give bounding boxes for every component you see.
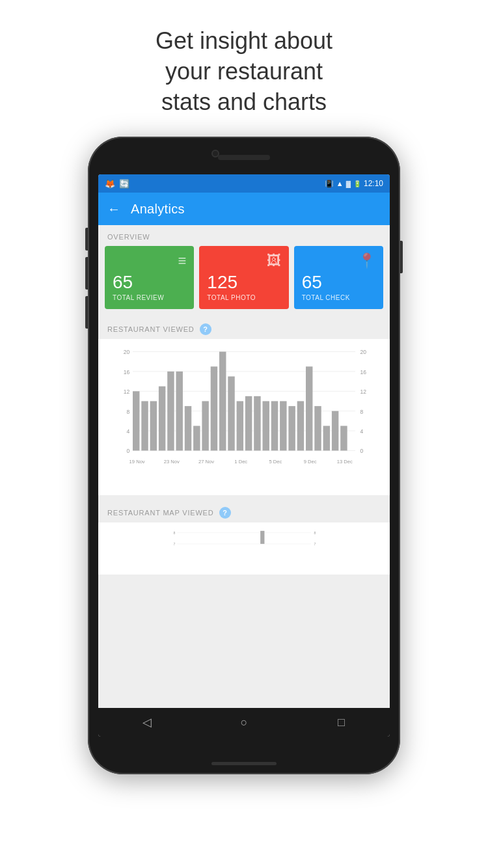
svg-text:13 Dec: 13 Dec (337, 459, 353, 465)
phone-speaker (218, 155, 270, 160)
stats-cards-row: ≡ 65 TOTAL REVIEW 🖼 125 TOTAL PHOTO 📍 65 (98, 246, 390, 317)
svg-text:8: 8 (173, 531, 175, 535)
back-button[interactable]: ← (107, 202, 120, 217)
restaurant-viewed-title: RESTAURANT VIEWED (107, 325, 195, 333)
firefox-icon: 🦊 (105, 179, 115, 189)
phone-mockup: 🦊 🔄 📳 ▲ ▓ 🔋 12:10 ← Analytics OV (88, 137, 400, 774)
svg-text:19 Nov: 19 Nov (129, 459, 145, 465)
phone-body: 🦊 🔄 📳 ▲ ▓ 🔋 12:10 ← Analytics OV (88, 137, 400, 774)
screen-content[interactable]: OVERVIEW ≡ 65 TOTAL REVIEW 🖼 125 TOTAL P… (98, 225, 390, 708)
svg-text:0: 0 (360, 448, 364, 455)
svg-rect-34 (271, 401, 278, 451)
recents-nav-button[interactable]: □ (328, 709, 354, 735)
phone-home-bar (211, 762, 277, 765)
svg-text:12: 12 (360, 388, 367, 395)
sync-icon: 🔄 (119, 179, 129, 189)
svg-text:7: 7 (173, 543, 175, 547)
phone-volume-up-button (85, 228, 88, 251)
phone-mute-button (85, 296, 88, 329)
restaurant-viewed-help-icon[interactable]: ? (200, 323, 211, 335)
phone-power-button (400, 241, 403, 273)
svg-rect-41 (332, 411, 338, 451)
home-nav-button[interactable]: ○ (231, 709, 257, 735)
svg-rect-38 (306, 367, 312, 451)
svg-text:12: 12 (124, 388, 130, 395)
restaurant-viewed-header: RESTAURANT VIEWED ? (98, 317, 390, 339)
map-viewed-help-icon[interactable]: ? (219, 507, 231, 519)
svg-rect-35 (280, 401, 286, 451)
svg-rect-31 (245, 396, 252, 451)
svg-rect-37 (297, 401, 304, 451)
map-viewed-chart-section: 8 7 8 7 (98, 522, 390, 575)
battery-icon: 🔋 (353, 180, 361, 187)
svg-text:23 Nov: 23 Nov (164, 459, 180, 465)
bar-chart-svg: 20 16 12 8 4 0 20 16 12 8 4 0 (110, 346, 378, 469)
svg-rect-29 (228, 377, 234, 451)
svg-rect-21 (159, 387, 165, 451)
list-icon: ≡ (178, 252, 186, 269)
status-bar-left: 🦊 🔄 (105, 179, 129, 189)
svg-text:0: 0 (126, 448, 129, 455)
svg-rect-23 (176, 372, 183, 451)
svg-text:4: 4 (126, 428, 129, 435)
svg-text:27 Nov: 27 Nov (198, 459, 214, 465)
svg-text:8: 8 (360, 409, 364, 415)
total-review-card[interactable]: ≡ 65 TOTAL REVIEW (105, 246, 194, 309)
back-nav-button[interactable]: ◁ (134, 709, 160, 735)
svg-rect-26 (202, 401, 208, 451)
svg-rect-36 (288, 406, 295, 450)
total-check-label: TOTAL CHECK (302, 294, 375, 301)
svg-rect-19 (141, 401, 148, 451)
map-viewed-title: RESTAURANT MAP VIEWED (107, 509, 214, 517)
total-check-card[interactable]: 📍 65 TOTAL CHECK (294, 246, 383, 309)
svg-rect-33 (263, 401, 269, 451)
svg-rect-25 (193, 426, 200, 451)
total-review-label: TOTAL REVIEW (113, 294, 186, 301)
svg-rect-39 (314, 406, 321, 450)
svg-text:8: 8 (126, 409, 129, 415)
svg-text:7: 7 (314, 543, 316, 547)
status-bar-right: 📳 ▲ ▓ 🔋 12:10 (325, 179, 383, 188)
total-photo-number: 125 (207, 273, 280, 292)
total-photo-card[interactable]: 🖼 125 TOTAL PHOTO (199, 246, 288, 309)
svg-text:16: 16 (124, 369, 130, 375)
svg-rect-20 (150, 401, 157, 451)
svg-rect-22 (167, 372, 174, 451)
signal-icon: ▓ (346, 180, 351, 187)
svg-rect-40 (323, 426, 330, 451)
svg-rect-27 (211, 367, 217, 451)
phone-volume-down-button (85, 257, 88, 290)
page-headline: Get insight about your restaurant stats … (116, 0, 372, 137)
mini-chart-svg: 8 7 8 7 (110, 529, 378, 555)
svg-rect-42 (340, 426, 347, 451)
nav-bar: ◁ ○ □ (98, 708, 390, 737)
time-display: 12:10 (364, 179, 383, 188)
total-photo-label: TOTAL PHOTO (207, 294, 280, 301)
svg-rect-56 (260, 531, 264, 544)
app-bar-title: Analytics (131, 202, 185, 217)
total-check-number: 65 (302, 273, 375, 292)
svg-text:9 Dec: 9 Dec (304, 459, 317, 465)
svg-rect-32 (254, 396, 260, 451)
map-viewed-header: RESTAURANT MAP VIEWED ? (98, 500, 390, 522)
svg-text:16: 16 (360, 369, 367, 375)
svg-text:1 Dec: 1 Dec (234, 459, 247, 465)
restaurant-viewed-chart: 20 16 12 8 4 0 20 16 12 8 4 0 (105, 339, 383, 489)
vibrate-icon: 📳 (325, 180, 334, 188)
svg-rect-28 (219, 352, 226, 451)
status-bar: 🦊 🔄 📳 ▲ ▓ 🔋 12:10 (98, 174, 390, 193)
svg-rect-30 (237, 401, 243, 451)
svg-text:4: 4 (360, 428, 364, 435)
svg-rect-24 (185, 406, 191, 450)
restaurant-viewed-chart-section: 20 16 12 8 4 0 20 16 12 8 4 0 (98, 339, 390, 495)
svg-text:8: 8 (314, 531, 316, 535)
app-bar: ← Analytics (98, 193, 390, 225)
map-viewed-chart: 8 7 8 7 (105, 522, 383, 575)
checkin-icon: 📍 (358, 252, 375, 269)
photo-icon: 🖼 (267, 252, 281, 269)
svg-text:20: 20 (360, 349, 367, 356)
total-review-number: 65 (113, 273, 186, 292)
svg-rect-18 (133, 392, 139, 451)
phone-screen: 🦊 🔄 📳 ▲ ▓ 🔋 12:10 ← Analytics OV (98, 174, 390, 737)
svg-text:20: 20 (124, 349, 130, 356)
